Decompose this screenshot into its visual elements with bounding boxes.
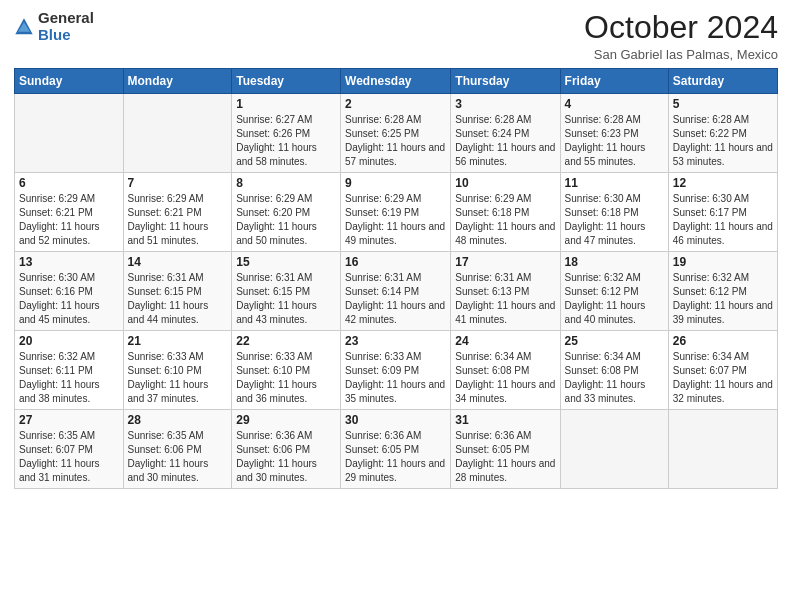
day-info: Sunrise: 6:29 AMSunset: 6:19 PMDaylight:… bbox=[345, 192, 446, 248]
day-info: Sunrise: 6:32 AMSunset: 6:12 PMDaylight:… bbox=[673, 271, 773, 327]
table-row: 21Sunrise: 6:33 AMSunset: 6:10 PMDayligh… bbox=[123, 331, 232, 410]
month-title: October 2024 bbox=[584, 10, 778, 45]
calendar-week-2: 6Sunrise: 6:29 AMSunset: 6:21 PMDaylight… bbox=[15, 173, 778, 252]
day-number: 3 bbox=[455, 97, 555, 111]
table-row: 1Sunrise: 6:27 AMSunset: 6:26 PMDaylight… bbox=[232, 94, 341, 173]
day-number: 4 bbox=[565, 97, 664, 111]
day-info: Sunrise: 6:31 AMSunset: 6:14 PMDaylight:… bbox=[345, 271, 446, 327]
table-row: 26Sunrise: 6:34 AMSunset: 6:07 PMDayligh… bbox=[668, 331, 777, 410]
day-number: 21 bbox=[128, 334, 228, 348]
table-row: 10Sunrise: 6:29 AMSunset: 6:18 PMDayligh… bbox=[451, 173, 560, 252]
day-number: 13 bbox=[19, 255, 119, 269]
table-row: 11Sunrise: 6:30 AMSunset: 6:18 PMDayligh… bbox=[560, 173, 668, 252]
day-number: 1 bbox=[236, 97, 336, 111]
day-info: Sunrise: 6:28 AMSunset: 6:23 PMDaylight:… bbox=[565, 113, 664, 169]
day-number: 6 bbox=[19, 176, 119, 190]
logo-blue: Blue bbox=[38, 27, 94, 44]
table-row: 7Sunrise: 6:29 AMSunset: 6:21 PMDaylight… bbox=[123, 173, 232, 252]
calendar-week-3: 13Sunrise: 6:30 AMSunset: 6:16 PMDayligh… bbox=[15, 252, 778, 331]
logo: General Blue bbox=[14, 10, 94, 43]
day-number: 15 bbox=[236, 255, 336, 269]
day-info: Sunrise: 6:31 AMSunset: 6:15 PMDaylight:… bbox=[236, 271, 336, 327]
day-number: 14 bbox=[128, 255, 228, 269]
day-info: Sunrise: 6:33 AMSunset: 6:10 PMDaylight:… bbox=[128, 350, 228, 406]
table-row: 15Sunrise: 6:31 AMSunset: 6:15 PMDayligh… bbox=[232, 252, 341, 331]
day-info: Sunrise: 6:30 AMSunset: 6:17 PMDaylight:… bbox=[673, 192, 773, 248]
day-number: 12 bbox=[673, 176, 773, 190]
table-row bbox=[560, 410, 668, 489]
table-row: 18Sunrise: 6:32 AMSunset: 6:12 PMDayligh… bbox=[560, 252, 668, 331]
day-number: 27 bbox=[19, 413, 119, 427]
table-row: 4Sunrise: 6:28 AMSunset: 6:23 PMDaylight… bbox=[560, 94, 668, 173]
table-row: 6Sunrise: 6:29 AMSunset: 6:21 PMDaylight… bbox=[15, 173, 124, 252]
table-row: 14Sunrise: 6:31 AMSunset: 6:15 PMDayligh… bbox=[123, 252, 232, 331]
table-row: 20Sunrise: 6:32 AMSunset: 6:11 PMDayligh… bbox=[15, 331, 124, 410]
col-wednesday: Wednesday bbox=[341, 69, 451, 94]
table-row: 16Sunrise: 6:31 AMSunset: 6:14 PMDayligh… bbox=[341, 252, 451, 331]
day-info: Sunrise: 6:31 AMSunset: 6:13 PMDaylight:… bbox=[455, 271, 555, 327]
day-info: Sunrise: 6:31 AMSunset: 6:15 PMDaylight:… bbox=[128, 271, 228, 327]
table-row bbox=[668, 410, 777, 489]
day-number: 23 bbox=[345, 334, 446, 348]
day-info: Sunrise: 6:28 AMSunset: 6:24 PMDaylight:… bbox=[455, 113, 555, 169]
table-row: 29Sunrise: 6:36 AMSunset: 6:06 PMDayligh… bbox=[232, 410, 341, 489]
day-info: Sunrise: 6:34 AMSunset: 6:08 PMDaylight:… bbox=[565, 350, 664, 406]
day-info: Sunrise: 6:33 AMSunset: 6:09 PMDaylight:… bbox=[345, 350, 446, 406]
day-info: Sunrise: 6:29 AMSunset: 6:20 PMDaylight:… bbox=[236, 192, 336, 248]
col-tuesday: Tuesday bbox=[232, 69, 341, 94]
calendar-week-1: 1Sunrise: 6:27 AMSunset: 6:26 PMDaylight… bbox=[15, 94, 778, 173]
day-info: Sunrise: 6:34 AMSunset: 6:08 PMDaylight:… bbox=[455, 350, 555, 406]
day-info: Sunrise: 6:35 AMSunset: 6:07 PMDaylight:… bbox=[19, 429, 119, 485]
day-number: 31 bbox=[455, 413, 555, 427]
day-info: Sunrise: 6:30 AMSunset: 6:18 PMDaylight:… bbox=[565, 192, 664, 248]
day-number: 18 bbox=[565, 255, 664, 269]
day-number: 22 bbox=[236, 334, 336, 348]
calendar-header-row: Sunday Monday Tuesday Wednesday Thursday… bbox=[15, 69, 778, 94]
day-number: 30 bbox=[345, 413, 446, 427]
logo-general: General bbox=[38, 10, 94, 27]
day-number: 8 bbox=[236, 176, 336, 190]
col-sunday: Sunday bbox=[15, 69, 124, 94]
day-number: 26 bbox=[673, 334, 773, 348]
day-info: Sunrise: 6:36 AMSunset: 6:06 PMDaylight:… bbox=[236, 429, 336, 485]
day-info: Sunrise: 6:35 AMSunset: 6:06 PMDaylight:… bbox=[128, 429, 228, 485]
calendar-week-4: 20Sunrise: 6:32 AMSunset: 6:11 PMDayligh… bbox=[15, 331, 778, 410]
table-row: 17Sunrise: 6:31 AMSunset: 6:13 PMDayligh… bbox=[451, 252, 560, 331]
day-info: Sunrise: 6:30 AMSunset: 6:16 PMDaylight:… bbox=[19, 271, 119, 327]
day-number: 28 bbox=[128, 413, 228, 427]
table-row: 8Sunrise: 6:29 AMSunset: 6:20 PMDaylight… bbox=[232, 173, 341, 252]
table-row: 5Sunrise: 6:28 AMSunset: 6:22 PMDaylight… bbox=[668, 94, 777, 173]
location-subtitle: San Gabriel las Palmas, Mexico bbox=[584, 47, 778, 62]
day-info: Sunrise: 6:36 AMSunset: 6:05 PMDaylight:… bbox=[345, 429, 446, 485]
day-number: 9 bbox=[345, 176, 446, 190]
table-row: 2Sunrise: 6:28 AMSunset: 6:25 PMDaylight… bbox=[341, 94, 451, 173]
table-row: 19Sunrise: 6:32 AMSunset: 6:12 PMDayligh… bbox=[668, 252, 777, 331]
col-thursday: Thursday bbox=[451, 69, 560, 94]
table-row: 13Sunrise: 6:30 AMSunset: 6:16 PMDayligh… bbox=[15, 252, 124, 331]
day-info: Sunrise: 6:32 AMSunset: 6:12 PMDaylight:… bbox=[565, 271, 664, 327]
col-saturday: Saturday bbox=[668, 69, 777, 94]
day-number: 17 bbox=[455, 255, 555, 269]
table-row: 24Sunrise: 6:34 AMSunset: 6:08 PMDayligh… bbox=[451, 331, 560, 410]
day-info: Sunrise: 6:28 AMSunset: 6:25 PMDaylight:… bbox=[345, 113, 446, 169]
day-number: 7 bbox=[128, 176, 228, 190]
calendar-table: Sunday Monday Tuesday Wednesday Thursday… bbox=[14, 68, 778, 489]
table-row bbox=[123, 94, 232, 173]
day-info: Sunrise: 6:32 AMSunset: 6:11 PMDaylight:… bbox=[19, 350, 119, 406]
table-row: 27Sunrise: 6:35 AMSunset: 6:07 PMDayligh… bbox=[15, 410, 124, 489]
table-row: 22Sunrise: 6:33 AMSunset: 6:10 PMDayligh… bbox=[232, 331, 341, 410]
day-number: 11 bbox=[565, 176, 664, 190]
day-number: 20 bbox=[19, 334, 119, 348]
table-row: 23Sunrise: 6:33 AMSunset: 6:09 PMDayligh… bbox=[341, 331, 451, 410]
table-row: 25Sunrise: 6:34 AMSunset: 6:08 PMDayligh… bbox=[560, 331, 668, 410]
day-number: 2 bbox=[345, 97, 446, 111]
day-info: Sunrise: 6:33 AMSunset: 6:10 PMDaylight:… bbox=[236, 350, 336, 406]
day-info: Sunrise: 6:29 AMSunset: 6:21 PMDaylight:… bbox=[19, 192, 119, 248]
day-info: Sunrise: 6:36 AMSunset: 6:05 PMDaylight:… bbox=[455, 429, 555, 485]
col-monday: Monday bbox=[123, 69, 232, 94]
calendar-week-5: 27Sunrise: 6:35 AMSunset: 6:07 PMDayligh… bbox=[15, 410, 778, 489]
table-row bbox=[15, 94, 124, 173]
table-row: 30Sunrise: 6:36 AMSunset: 6:05 PMDayligh… bbox=[341, 410, 451, 489]
table-row: 31Sunrise: 6:36 AMSunset: 6:05 PMDayligh… bbox=[451, 410, 560, 489]
title-block: October 2024 San Gabriel las Palmas, Mex… bbox=[584, 10, 778, 62]
